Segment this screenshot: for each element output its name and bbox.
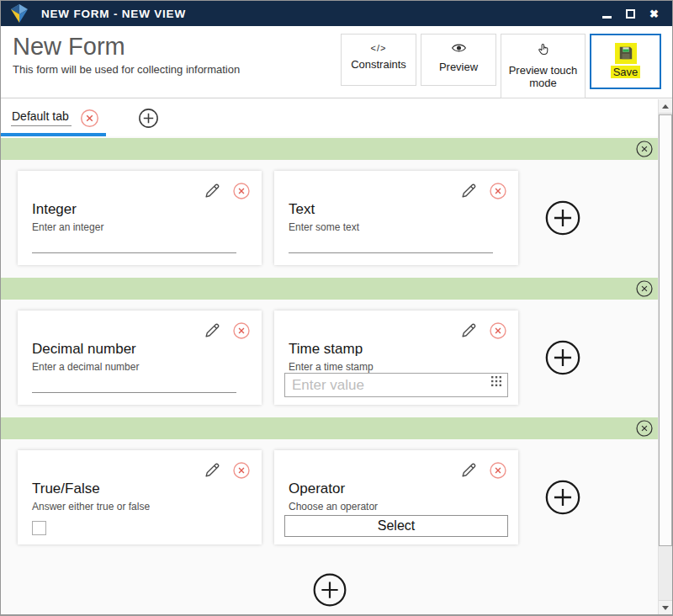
delete-field-button[interactable] [232, 461, 251, 480]
scroll-up-button[interactable] [659, 99, 672, 114]
field-title: Operator [289, 481, 345, 497]
save-button-label: Save [611, 66, 641, 78]
minimize-button[interactable] [602, 16, 612, 19]
form-row-3: True/False Answer either true or false [1, 439, 658, 557]
form-row-header-2 [1, 278, 658, 300]
form-header-text: New Form This form will be used for coll… [13, 33, 240, 76]
toolbar: </> Constraints Preview Previ [341, 33, 661, 98]
preview-touch-mode-button-label: Preview touch mode [505, 64, 581, 89]
edit-field-button[interactable] [203, 321, 221, 340]
window-title: NEW FORM - NEW VIEW [41, 8, 186, 20]
bottom-add-container [1, 557, 658, 608]
truefalse-checkbox[interactable] [32, 521, 46, 535]
close-button[interactable]: ✖ [649, 8, 659, 19]
timestamp-input[interactable] [284, 373, 508, 397]
field-description: Enter a decimal number [32, 361, 139, 373]
field-card-actions [203, 461, 251, 480]
form-designer-content: Default tab [1, 99, 672, 614]
app-window: NEW FORM - NEW VIEW ✖ New Form This form… [0, 0, 673, 616]
add-field-button-row-3[interactable] [543, 478, 582, 517]
field-card-decimal: Decimal number Enter a decimal number [18, 311, 262, 405]
delete-field-button[interactable] [489, 461, 507, 480]
app-logo-icon [9, 3, 31, 24]
operator-select-button[interactable]: Select [284, 515, 508, 537]
field-title: Time stamp [289, 341, 363, 358]
save-button[interactable]: Save [590, 34, 661, 89]
save-icon [615, 43, 637, 64]
field-title: Text [289, 201, 315, 218]
field-title: True/False [32, 481, 100, 497]
form-row-header-1 [1, 138, 658, 160]
delete-field-button[interactable] [232, 321, 251, 340]
decimal-input[interactable] [32, 381, 236, 393]
titlebar: NEW FORM - NEW VIEW ✖ [1, 1, 672, 26]
scroll-down-button[interactable] [659, 600, 672, 614]
field-card-actions [459, 321, 507, 340]
constraints-button[interactable]: </> Constraints [341, 34, 416, 86]
scroll-up-arrow-icon [662, 104, 669, 109]
add-field-button-row-2[interactable] [543, 338, 582, 377]
edit-field-button[interactable] [203, 461, 221, 480]
field-description: Enter an integer [32, 221, 103, 233]
delete-tab-button[interactable] [80, 109, 99, 128]
delete-row-button-1[interactable] [635, 140, 654, 158]
field-description: Enter some text [289, 221, 359, 233]
add-field-button-row-1[interactable] [543, 199, 582, 237]
field-card-actions [459, 461, 507, 480]
field-title: Decimal number [32, 341, 136, 358]
delete-row-button-2[interactable] [635, 279, 654, 298]
scrollbar-thumb[interactable] [659, 114, 672, 546]
field-card-actions [203, 321, 251, 340]
form-header: New Form This form will be used for coll… [1, 26, 672, 98]
field-card-text: Text Enter some text [274, 171, 518, 265]
tab-default[interactable]: Default tab [11, 109, 72, 126]
delete-field-button[interactable] [232, 182, 251, 200]
field-card-timestamp: Time stamp Enter a time stamp [274, 311, 518, 405]
field-description: Enter a time stamp [289, 361, 374, 373]
field-description: Answer either true or false [32, 501, 150, 512]
constraints-button-label: Constraints [351, 58, 406, 71]
field-card-actions [203, 182, 251, 200]
form-row-header-3 [1, 417, 658, 439]
field-card-actions [459, 182, 507, 200]
delete-row-button-3[interactable] [635, 419, 654, 438]
active-tab-indicator [1, 133, 106, 136]
field-card-integer: Integer Enter an integer [18, 171, 262, 265]
add-tab-button[interactable] [138, 108, 159, 129]
delete-field-button[interactable] [489, 321, 507, 340]
integer-input[interactable] [32, 242, 236, 253]
page-subtitle: This form will be used for collecting in… [13, 63, 240, 76]
edit-field-button[interactable] [459, 321, 478, 340]
tab-bar: Default tab [1, 99, 658, 136]
preview-button[interactable]: Preview [421, 34, 496, 86]
touch-hand-icon [536, 42, 551, 60]
vertical-scrollbar[interactable] [658, 99, 672, 614]
window-controls: ✖ [602, 8, 665, 19]
add-row-button[interactable] [311, 571, 348, 608]
code-icon: </> [371, 42, 387, 54]
form-row-2: Decimal number Enter a decimal number [1, 300, 658, 417]
scroll-down-arrow-icon [662, 606, 669, 610]
form-designer-main: Default tab [1, 99, 658, 608]
page-title: New Form [13, 33, 240, 61]
edit-field-button[interactable] [203, 182, 221, 200]
field-card-truefalse: True/False Answer either true or false [18, 450, 262, 544]
delete-field-button[interactable] [489, 182, 507, 200]
preview-touch-mode-button[interactable]: Preview touch mode [501, 34, 586, 98]
form-row-1: Integer Enter an integer [1, 160, 658, 278]
eye-icon [451, 42, 467, 56]
edit-field-button[interactable] [459, 461, 478, 480]
text-input[interactable] [289, 242, 493, 253]
field-description: Choose an operator [289, 501, 378, 512]
preview-button-label: Preview [439, 61, 478, 73]
field-title: Integer [32, 201, 77, 218]
maximize-button[interactable] [626, 9, 635, 19]
field-card-operator: Operator Choose an operator Select [274, 450, 518, 544]
edit-field-button[interactable] [459, 182, 478, 200]
